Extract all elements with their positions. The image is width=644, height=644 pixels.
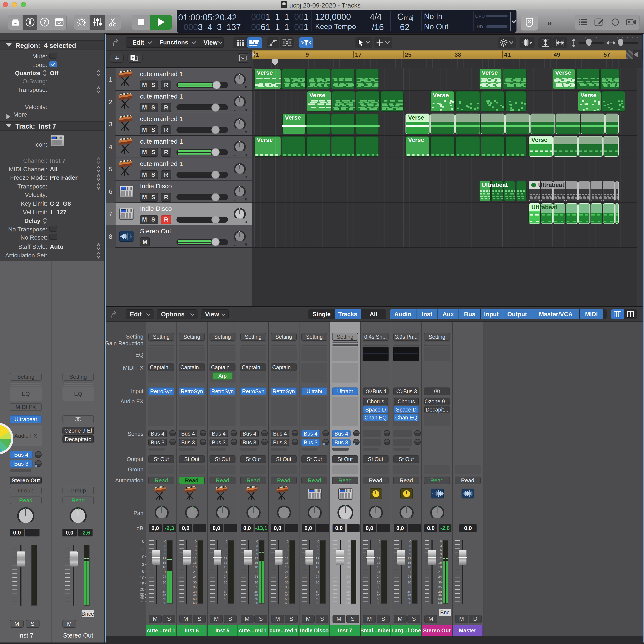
svg-text:?: ? xyxy=(43,19,46,25)
